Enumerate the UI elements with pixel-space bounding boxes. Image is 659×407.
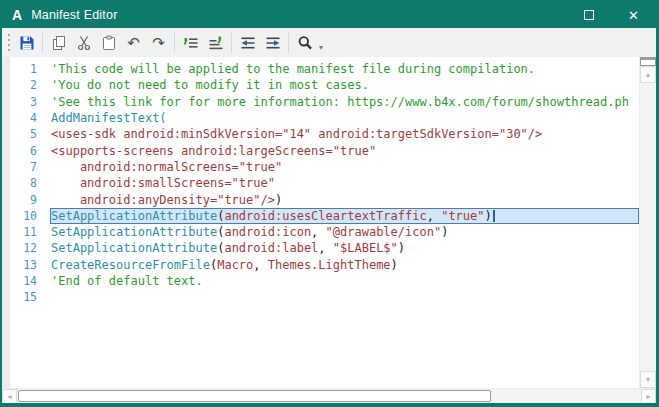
code-token: ( [217, 209, 224, 223]
vertical-scroll-track[interactable] [640, 83, 656, 371]
save-icon [19, 35, 35, 51]
code-text[interactable]: SetApplicationAttribute(android:usesClea… [50, 208, 639, 224]
code-text[interactable]: SetApplicationAttribute(android:icon, "@… [50, 224, 639, 240]
code-text[interactable]: android:normalScreens="true" [50, 159, 639, 175]
code-token: AddManifestText( [51, 111, 167, 125]
code-line[interactable]: 10SetApplicationAttribute(android:usesCl… [10, 208, 639, 224]
code-line[interactable]: 6<supports-screens android:largeScreens=… [10, 142, 639, 158]
code-line[interactable]: 12SetApplicationAttribute(android:label,… [10, 240, 639, 256]
uncomment-button[interactable] [203, 31, 228, 55]
horizontal-scroll-track[interactable] [17, 389, 641, 404]
code-text[interactable]: <uses-sdk android:minSdkVersion="14" and… [50, 126, 639, 142]
code-line[interactable]: 5<uses-sdk android:minSdkVersion="14" an… [10, 126, 639, 142]
code-token: "$LABEL$" [333, 241, 398, 255]
copy-icon [51, 35, 67, 51]
search-button[interactable] [292, 31, 317, 55]
toolbar-separator [288, 33, 289, 53]
code-text[interactable] [50, 289, 639, 305]
code-token: , [427, 209, 441, 223]
scroll-down-icon: ▼ [645, 376, 652, 383]
code-line[interactable]: 3'See this link for for more information… [10, 94, 639, 110]
toolbar: ↶ ↷ [2, 28, 656, 57]
undo-icon: ↶ [127, 35, 140, 50]
code-token: 'This code will be applied to the manife… [51, 62, 535, 76]
code-token: ) [391, 258, 398, 272]
code-token: android:usesCleartextTraffic [224, 209, 426, 223]
code-token: ( [210, 258, 217, 272]
comment-button[interactable] [178, 31, 203, 55]
line-number: 14 [10, 274, 50, 288]
cut-button[interactable] [71, 31, 96, 55]
code-line[interactable]: 15 [10, 289, 639, 305]
code-line[interactable]: 13CreateResourceFromFile(Macro, Themes.L… [10, 257, 639, 273]
close-icon: ✕ [628, 9, 639, 22]
code-line[interactable]: 7 android:normalScreens="true" [10, 159, 639, 175]
code-text[interactable]: 'See this link for for more information:… [50, 94, 639, 110]
line-number: 13 [10, 258, 50, 272]
close-button[interactable]: ✕ [611, 2, 656, 28]
code-token: 'See this link for for more information:… [51, 95, 629, 109]
code-token: android:smallScreens="true" [51, 176, 275, 190]
indent-button[interactable] [260, 31, 285, 55]
indent-icon [265, 35, 281, 51]
outdent-button[interactable] [235, 31, 260, 55]
code-text[interactable]: 'You do not need to modify it in most ca… [50, 77, 639, 93]
code-token: , [253, 258, 267, 272]
code-line[interactable]: 8 android:smallScreens="true" [10, 175, 639, 191]
code-text[interactable]: CreateResourceFromFile(Macro, Themes.Lig… [50, 257, 639, 273]
code-token: <uses-sdk android:minSdkVersion="14" and… [51, 127, 542, 141]
scroll-up-button[interactable]: ▲ [640, 66, 656, 83]
copy-button[interactable] [46, 31, 71, 55]
redo-button[interactable]: ↷ [146, 31, 171, 55]
comment-icon [183, 35, 199, 51]
code-text[interactable]: SetApplicationAttribute(android:label, "… [50, 240, 639, 256]
code-text[interactable]: android:smallScreens="true" [50, 175, 639, 191]
code-text[interactable]: <supports-screens android:largeScreens="… [50, 142, 639, 158]
code-text[interactable]: 'This code will be applied to the manife… [50, 61, 639, 77]
code-token: "true" [441, 209, 484, 223]
code-text[interactable]: android:anyDensity="true"/>) [50, 191, 639, 207]
text-caret [493, 210, 495, 222]
code-text[interactable]: AddManifestText( [50, 110, 639, 126]
code-line[interactable]: 4AddManifestText( [10, 110, 639, 126]
code-token: android:label [224, 241, 318, 255]
redo-icon: ↷ [152, 35, 165, 50]
code-token: 'You do not need to modify it in most ca… [51, 78, 369, 92]
code-token: SetApplicationAttribute [51, 209, 217, 223]
vertical-scrollbar[interactable]: ▲ ▼ [639, 57, 656, 388]
outdent-icon [240, 35, 256, 51]
toolbar-overflow-icon[interactable]: ▾ [319, 43, 323, 57]
code-line[interactable]: 14'End of default text. [10, 273, 639, 289]
line-number: 10 [10, 209, 50, 223]
code-token: SetApplicationAttribute [51, 225, 217, 239]
line-number: 7 [10, 160, 50, 174]
code-token: 'End of default text. [51, 274, 203, 288]
scroll-left-button[interactable]: ◄ [2, 389, 17, 404]
horizontal-scrollbar[interactable]: ◄ ► [2, 388, 656, 403]
code-editor[interactable]: 1'This code will be applied to the manif… [10, 57, 639, 388]
code-line[interactable]: 2'You do not need to modify it in most c… [10, 77, 639, 93]
scroll-right-button[interactable]: ► [641, 389, 656, 404]
line-number: 1 [10, 62, 50, 76]
code-token: ) [441, 225, 448, 239]
line-number: 11 [10, 225, 50, 239]
code-line[interactable]: 11SetApplicationAttribute(android:icon, … [10, 224, 639, 240]
undo-button[interactable]: ↶ [121, 31, 146, 55]
code-token: ( [217, 225, 224, 239]
paste-button[interactable] [96, 31, 121, 55]
window-title: Manifest Editor [31, 8, 117, 22]
code-text[interactable]: 'End of default text. [50, 273, 639, 289]
code-token: SetApplicationAttribute [51, 241, 217, 255]
editor-splitter-handle[interactable] [640, 57, 656, 66]
toolbar-separator [231, 33, 232, 53]
scroll-down-button[interactable]: ▼ [640, 371, 656, 388]
horizontal-scroll-thumb[interactable] [18, 390, 491, 402]
toolbar-separator [174, 33, 175, 53]
maximize-button[interactable] [566, 2, 611, 28]
code-token: Themes.LightTheme [268, 258, 391, 272]
code-token: Macro [217, 258, 253, 272]
code-line[interactable]: 1'This code will be applied to the manif… [10, 61, 639, 77]
code-token: android:normalScreens="true" [51, 160, 282, 174]
code-line[interactable]: 9 android:anyDensity="true"/>) [10, 191, 639, 207]
save-button[interactable] [14, 31, 39, 55]
